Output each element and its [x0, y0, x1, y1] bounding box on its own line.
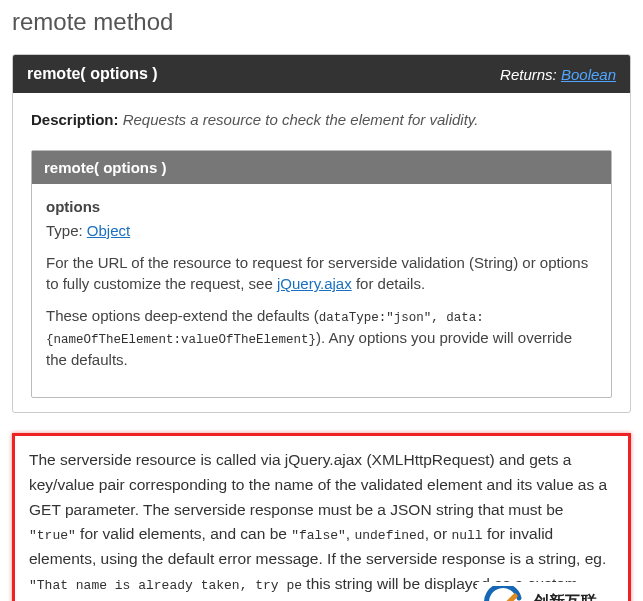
panel-header: remote( options ) Returns: Boolean: [13, 55, 630, 93]
h-t2: for valid elements, and can be: [76, 525, 291, 542]
h-t1: The serverside resource is called via jQ…: [29, 451, 607, 518]
h-c2: "false": [291, 528, 346, 543]
options-subpanel: remote( options ) options Type: Object F…: [31, 150, 612, 398]
subpanel-header: remote( options ): [32, 151, 611, 184]
subpanel-body: options Type: Object For the URL of the …: [32, 184, 611, 397]
type-link[interactable]: Object: [87, 222, 130, 239]
api-panel: remote( options ) Returns: Boolean Descr…: [12, 54, 631, 413]
returns-type-link[interactable]: Boolean: [561, 66, 616, 83]
jquery-ajax-link[interactable]: jQuery.ajax: [277, 275, 352, 292]
p1-post: for details.: [352, 275, 425, 292]
h-c5: "That name is already taken, try pe: [29, 578, 302, 593]
h-c1: "true": [29, 528, 76, 543]
option-para-2: These options deep-extend the defaults (…: [46, 305, 597, 371]
logo-text: 创新互联 CHUANG XIN HU LIAN: [533, 594, 616, 601]
description-label: Description:: [31, 111, 119, 128]
description: Description: Requests a resource to chec…: [31, 111, 612, 128]
p2-pre: These options deep-extend the defaults (: [46, 307, 319, 324]
h-c4: null: [451, 528, 482, 543]
method-signature: remote( options ): [27, 65, 158, 83]
highlighted-note: The serverside resource is called via jQ…: [12, 433, 631, 601]
page-title: remote method: [12, 8, 631, 36]
h-c3: undefined: [354, 528, 424, 543]
h-t4: , or: [425, 525, 452, 542]
returns-label: Returns:: [500, 66, 557, 83]
description-text: Requests a resource to check the element…: [123, 111, 479, 128]
logo-cn: 创新互联: [533, 594, 616, 601]
logo-icon: [483, 586, 527, 601]
panel-body: Description: Requests a resource to chec…: [13, 93, 630, 412]
option-para-1: For the URL of the resource to request f…: [46, 252, 597, 296]
watermark-logo: 创新互联 CHUANG XIN HU LIAN: [477, 582, 622, 601]
option-name: options: [46, 196, 597, 218]
type-label: Type:: [46, 222, 83, 239]
returns: Returns: Boolean: [500, 66, 616, 83]
